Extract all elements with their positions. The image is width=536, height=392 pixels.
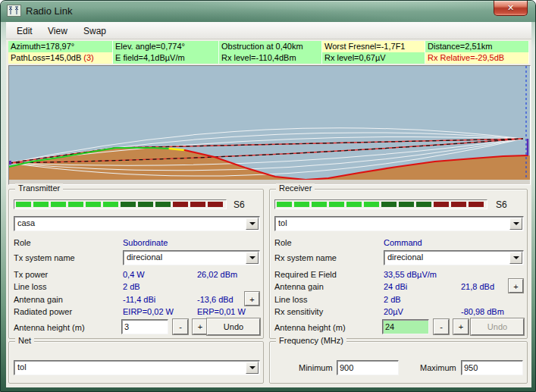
status-azimuth: Azimuth=178,97° [8, 41, 113, 52]
tx-erp-value: ERP=0,01 W [197, 307, 246, 316]
status-distance: Distance=2,51km [425, 41, 529, 52]
frequency-max-input[interactable] [461, 360, 523, 375]
status-obstruction: Obstruction at 0,40km [219, 41, 322, 52]
tx-station-select[interactable]: casa [14, 216, 260, 231]
frequency-group: Frequency (MHz) Minimum Maximum [269, 341, 528, 384]
rx-antenna-height-input[interactable] [382, 319, 429, 334]
tx-antenna-pattern-button[interactable]: + [245, 292, 259, 306]
tx-lineloss-value: 2 dB [123, 282, 140, 291]
rx-gain-dbd: 21,8 dBd [461, 282, 494, 291]
rx-efield-value: 33,55 dBµV/m [384, 270, 437, 279]
frequency-legend: Frequency (MHz) [276, 336, 346, 345]
tx-gain-dbi: -11,4 dBi [123, 295, 155, 304]
tx-role-label: Role [14, 238, 31, 247]
window-title: Radio Link [26, 5, 72, 17]
rx-antenna-pattern-button[interactable]: + [509, 279, 523, 293]
tx-signal-meter [14, 199, 227, 209]
rx-gain-dbi: 24 dBi [384, 282, 407, 291]
menu-bar: Edit View Swap [6, 22, 531, 39]
tx-eirp-value: EIRP=0,02 W [123, 307, 174, 316]
tx-radiated-label: Radiated power [14, 307, 72, 316]
chevron-down-icon[interactable] [246, 218, 259, 230]
status-rx-level-uv: Rx level=0,67µV [322, 52, 425, 64]
chevron-down-icon[interactable] [246, 252, 259, 264]
status-rx-relative: Rx Relative=-29,5dB [425, 52, 529, 64]
terrain-profile-panel [8, 65, 531, 185]
rx-role-label: Role [274, 238, 292, 247]
pathloss-mode-note: (3) [81, 53, 94, 62]
rx-system-label: Rx system name [274, 253, 337, 262]
menu-edit[interactable]: Edit [13, 25, 36, 37]
frequency-min-label: Minimum [299, 363, 333, 372]
net-group: Net tol [8, 341, 264, 384]
receiver-legend: Receiver [276, 183, 315, 193]
rx-role-value: Command [384, 238, 422, 247]
tx-power-dbm: 26,02 dBm [197, 270, 237, 279]
status-worst-fresnel: Worst Fresnel=-1,7F1 [322, 41, 425, 52]
link-status-grid: Azimuth=178,97° Elev. angle=0,774° Obstr… [8, 41, 529, 64]
rx-height-decrement-button[interactable]: - [434, 319, 449, 334]
frequency-max-label: Maximum [420, 363, 456, 372]
rx-antenna-height-label: Antenna height (m) [274, 323, 346, 332]
tx-smeter-value: S6 [234, 199, 245, 210]
status-rx-level-dbm: Rx level=-110,4dBm [219, 52, 322, 64]
transmitter-legend: Transmitter [15, 183, 63, 193]
rx-sensitivity-label: Rx sensitivity [274, 307, 323, 316]
rx-undo-button: Undo [471, 318, 524, 335]
frequency-min-input[interactable] [337, 360, 399, 375]
rx-height-increment-button[interactable]: + [453, 319, 469, 334]
tx-gain-dbd: -13,6 dBd [197, 295, 234, 304]
tx-lineloss-label: Line loss [14, 282, 46, 291]
tx-gain-label: Antenna gain [14, 295, 63, 304]
transmitter-group: Transmitter S6 casa Role Subordinate Tx … [8, 189, 264, 339]
chevron-down-icon[interactable] [246, 362, 259, 374]
rx-station-select[interactable]: tol [274, 216, 524, 231]
terrain-profile-chart [9, 66, 530, 180]
tx-antenna-height-label: Antenna height (m) [14, 323, 85, 332]
rx-sensitivity-uv: 20µV [384, 307, 403, 316]
status-e-field: E field=4,1dBµV/m [113, 52, 219, 64]
dialog-client-area: Edit View Swap Azimuth=178,97° Elev. ang… [6, 22, 531, 387]
tx-role-value: Subordinate [123, 238, 168, 247]
tx-position-dot [9, 161, 11, 165]
tx-power-watts: 0,4 W [123, 270, 145, 279]
rx-sensitivity-dbm: -80,98 dBm [461, 307, 504, 316]
status-elev-angle: Elev. angle=0,774° [113, 41, 219, 52]
chevron-down-icon[interactable] [509, 252, 522, 264]
chevron-down-icon[interactable] [509, 218, 522, 230]
menu-view[interactable]: View [44, 25, 71, 37]
radio-link-window: Radio Link ✕ Edit View Swap Azimuth=178,… [0, 0, 536, 392]
tx-power-label: Tx power [14, 270, 48, 279]
tx-system-label: Tx system name [14, 253, 75, 262]
title-bar[interactable]: Radio Link ✕ [1, 1, 536, 22]
tx-height-increment-button[interactable]: + [193, 319, 208, 334]
rx-lineloss-value: 2 dB [384, 295, 401, 304]
net-select[interactable]: tol [14, 360, 260, 375]
status-pathloss: PathLoss=145,0dB (3) [8, 52, 113, 64]
rx-system-select[interactable]: direcional [384, 250, 524, 265]
net-legend: Net [15, 336, 34, 345]
rx-lineloss-label: Line loss [274, 295, 307, 304]
menu-swap[interactable]: Swap [80, 25, 110, 37]
radio-link-icon [7, 5, 21, 17]
rx-efield-label: Required E Field [274, 270, 337, 279]
tx-system-select[interactable]: direcional [123, 250, 260, 265]
close-button[interactable]: ✕ [494, 1, 528, 16]
tx-antenna-height-input[interactable] [121, 319, 168, 334]
tx-undo-button[interactable]: Undo [207, 318, 260, 335]
rx-gain-label: Antenna gain [274, 282, 324, 291]
tx-height-decrement-button[interactable]: - [173, 319, 188, 334]
rx-signal-meter [274, 199, 487, 209]
receiver-group: Receiver S6 tol Role Command Rx system n… [269, 189, 528, 339]
rx-smeter-value: S6 [496, 199, 507, 210]
